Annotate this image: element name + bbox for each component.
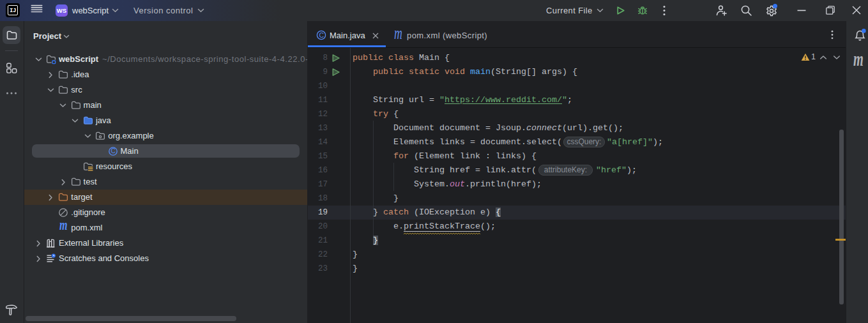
- svg-text:m: m: [394, 29, 402, 40]
- svg-text:m: m: [853, 54, 864, 70]
- svg-text:C: C: [319, 31, 324, 39]
- svg-text:C: C: [110, 147, 115, 154]
- svg-text:m: m: [59, 223, 68, 233]
